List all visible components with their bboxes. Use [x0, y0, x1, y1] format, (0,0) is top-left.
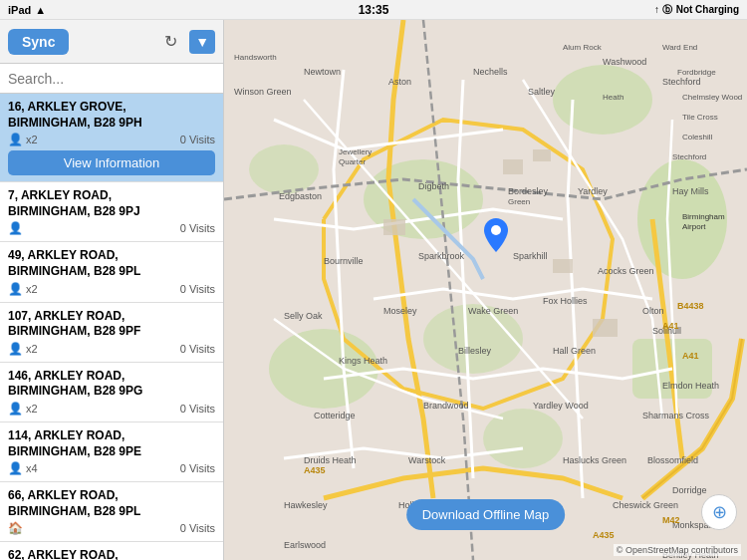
wifi-icon: ▲: [35, 4, 46, 16]
refresh-button[interactable]: ↻: [160, 28, 181, 55]
filter-button[interactable]: ▼: [189, 30, 215, 54]
svg-text:Chelmsley Wood: Chelmsley Wood: [682, 93, 742, 102]
svg-text:Jewellery: Jewellery: [339, 147, 372, 156]
person-icon: [8, 282, 23, 296]
visits-label: 0 Visits: [180, 403, 215, 415]
home-icon: [8, 521, 23, 535]
map-pin: [484, 218, 508, 252]
sidebar: Sync ↻ ▼ 16, ARKLEY GROVE,BIRMINGHAM, B2…: [0, 20, 224, 560]
person-info: x2: [8, 402, 38, 416]
map-attribution: © OpenStreetMap contributors: [614, 544, 741, 556]
svg-text:Fox Hollies: Fox Hollies: [543, 296, 588, 306]
svg-text:Sharmans Cross: Sharmans Cross: [642, 411, 710, 420]
svg-text:Quarter: Quarter: [339, 157, 366, 166]
person-info: x4: [8, 461, 38, 475]
address-text: 107, ARKLEY ROAD,BIRMINGHAM, B28 9PF: [8, 309, 215, 340]
visits-label: 0 Visits: [180, 134, 215, 145]
svg-text:Bordesley: Bordesley: [508, 186, 549, 196]
list-item-meta: 0 Visits: [8, 521, 215, 535]
compass-button[interactable]: ⊕: [701, 494, 737, 530]
address-list: 16, ARKLEY GROVE,BIRMINGHAM, B28 9PH x2 …: [0, 94, 223, 560]
person-info: [8, 521, 23, 535]
svg-text:Acocks Green: Acocks Green: [598, 266, 654, 276]
visits-label: 0 Visits: [180, 222, 215, 234]
address-text: 114, ARKLEY ROAD,BIRMINGHAM, B28 9PE: [8, 428, 215, 459]
svg-rect-9: [503, 159, 523, 174]
svg-text:M42: M42: [662, 515, 680, 525]
search-bar: [0, 64, 223, 94]
list-item-meta: x2 0 Visits: [8, 282, 215, 296]
svg-text:Brandwood: Brandwood: [423, 401, 469, 411]
person-info: [8, 221, 23, 235]
svg-text:Cheswick Green: Cheswick Green: [613, 500, 678, 510]
svg-text:A435: A435: [304, 465, 326, 475]
svg-text:B4438: B4438: [677, 301, 704, 311]
address-text: 49, ARKLEY ROAD,BIRMINGHAM, B28 9PL: [8, 248, 215, 279]
svg-text:Nechells: Nechells: [473, 67, 508, 77]
svg-text:Wake Green: Wake Green: [468, 306, 518, 316]
svg-text:Ward End: Ward End: [662, 43, 697, 52]
toolbar: Sync ↻ ▼: [0, 20, 223, 64]
svg-text:Sparkbrook: Sparkbrook: [418, 251, 465, 261]
sync-button[interactable]: Sync: [8, 29, 69, 55]
svg-text:Winson Green: Winson Green: [234, 87, 292, 97]
svg-text:Birmingham: Birmingham: [682, 212, 725, 221]
person-info: x2: [8, 133, 38, 146]
visits-label: 0 Visits: [180, 462, 215, 474]
battery-label: Not Charging: [676, 4, 739, 15]
svg-rect-12: [553, 259, 573, 273]
person-info: x2: [8, 342, 38, 356]
address-text: 66, ARKLEY ROAD,BIRMINGHAM, B28 9PL: [8, 488, 215, 519]
svg-text:Haslucks Green: Haslucks Green: [563, 455, 626, 465]
svg-text:Green: Green: [508, 197, 530, 206]
person-info: x2: [8, 282, 38, 296]
svg-text:Washwood: Washwood: [603, 57, 646, 67]
svg-text:Stechford: Stechford: [672, 152, 706, 161]
svg-text:Earlswood: Earlswood: [284, 540, 326, 550]
visits-label: 0 Visits: [180, 522, 215, 534]
person-icon: [8, 402, 23, 416]
list-item[interactable]: 146, ARKLEY ROAD,BIRMINGHAM, B28 9PG x2 …: [0, 363, 223, 422]
svg-text:Dorridge: Dorridge: [672, 485, 707, 495]
svg-text:Handsworth: Handsworth: [234, 53, 277, 62]
svg-text:A435: A435: [593, 530, 615, 540]
svg-text:Aston: Aston: [388, 77, 411, 87]
list-item[interactable]: 49, ARKLEY ROAD,BIRMINGHAM, B28 9PL x2 0…: [0, 242, 223, 302]
svg-text:Yardley Wood: Yardley Wood: [533, 401, 589, 411]
svg-text:Hawkesley: Hawkesley: [284, 500, 328, 510]
status-right: ↑ ⓑ Not Charging: [654, 3, 739, 17]
svg-text:Selly Oak: Selly Oak: [284, 311, 323, 321]
person-icon: [8, 461, 23, 475]
list-item[interactable]: 7, ARKLEY ROAD,BIRMINGHAM, B28 9PJ 0 Vis…: [0, 182, 223, 242]
view-information-button[interactable]: View Information: [8, 150, 215, 175]
svg-text:Sparkhill: Sparkhill: [513, 251, 548, 261]
list-item[interactable]: 16, ARKLEY GROVE,BIRMINGHAM, B28 9PH x2 …: [0, 94, 223, 182]
list-item[interactable]: 107, ARKLEY ROAD,BIRMINGHAM, B28 9PF x2 …: [0, 303, 223, 363]
svg-text:A41: A41: [682, 351, 699, 361]
address-text: 146, ARKLEY ROAD,BIRMINGHAM, B28 9PG: [8, 369, 215, 400]
compass-icon: ⊕: [712, 501, 727, 523]
svg-point-76: [491, 225, 501, 235]
svg-text:Druids Heath: Druids Heath: [304, 455, 357, 465]
list-item[interactable]: 114, ARKLEY ROAD,BIRMINGHAM, B28 9PE x4 …: [0, 422, 223, 482]
status-left: iPad ▲: [8, 4, 46, 16]
list-item[interactable]: 62, ARKLEY ROAD,BIRMINGHAM: [0, 542, 223, 560]
list-item[interactable]: 66, ARKLEY ROAD,BIRMINGHAM, B28 9PL 0 Vi…: [0, 482, 223, 542]
svg-rect-10: [533, 149, 551, 161]
svg-text:Heath: Heath: [603, 93, 623, 102]
search-input[interactable]: [8, 71, 215, 87]
download-offline-map-button[interactable]: Download Offline Map: [406, 499, 566, 530]
list-item-meta: x4 0 Visits: [8, 461, 215, 475]
visits-label: 0 Visits: [180, 343, 215, 355]
svg-text:Newtown: Newtown: [304, 67, 341, 77]
svg-text:Fordbridge: Fordbridge: [677, 68, 716, 77]
address-text: 62, ARKLEY ROAD,BIRMINGHAM: [8, 548, 215, 560]
svg-point-7: [249, 144, 319, 194]
svg-point-4: [269, 329, 378, 409]
visits-label: 0 Visits: [180, 283, 215, 295]
svg-text:Hall Green: Hall Green: [553, 346, 596, 356]
list-item-meta: x2 0 Visits: [8, 342, 215, 356]
svg-text:Bournville: Bournville: [324, 256, 364, 266]
status-time: 13:35: [359, 3, 389, 17]
svg-text:Coleshill: Coleshill: [682, 133, 712, 141]
